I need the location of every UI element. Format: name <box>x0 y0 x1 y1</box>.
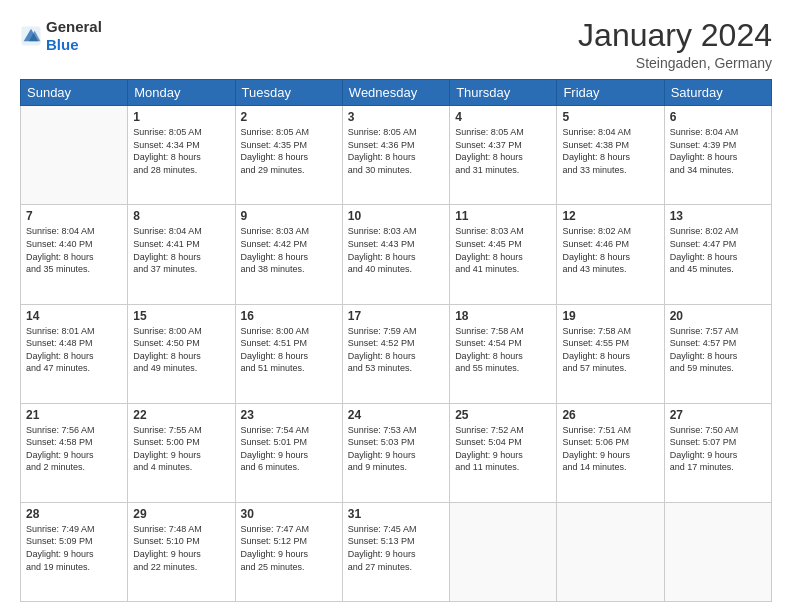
calendar-cell: 5Sunrise: 8:04 AM Sunset: 4:38 PM Daylig… <box>557 106 664 205</box>
day-info: Sunrise: 8:05 AM Sunset: 4:35 PM Dayligh… <box>241 126 337 176</box>
day-info: Sunrise: 8:00 AM Sunset: 4:51 PM Dayligh… <box>241 325 337 375</box>
day-number: 16 <box>241 309 337 323</box>
day-number: 4 <box>455 110 551 124</box>
day-number: 3 <box>348 110 444 124</box>
week-row-3: 14Sunrise: 8:01 AM Sunset: 4:48 PM Dayli… <box>21 304 772 403</box>
day-info: Sunrise: 8:05 AM Sunset: 4:37 PM Dayligh… <box>455 126 551 176</box>
calendar-cell: 31Sunrise: 7:45 AM Sunset: 5:13 PM Dayli… <box>342 502 449 601</box>
calendar-cell: 21Sunrise: 7:56 AM Sunset: 4:58 PM Dayli… <box>21 403 128 502</box>
col-header-friday: Friday <box>557 80 664 106</box>
day-info: Sunrise: 8:03 AM Sunset: 4:43 PM Dayligh… <box>348 225 444 275</box>
week-row-5: 28Sunrise: 7:49 AM Sunset: 5:09 PM Dayli… <box>21 502 772 601</box>
day-number: 14 <box>26 309 122 323</box>
col-header-monday: Monday <box>128 80 235 106</box>
calendar-cell: 14Sunrise: 8:01 AM Sunset: 4:48 PM Dayli… <box>21 304 128 403</box>
col-header-saturday: Saturday <box>664 80 771 106</box>
calendar-cell: 18Sunrise: 7:58 AM Sunset: 4:54 PM Dayli… <box>450 304 557 403</box>
calendar-cell: 8Sunrise: 8:04 AM Sunset: 4:41 PM Daylig… <box>128 205 235 304</box>
calendar-table: SundayMondayTuesdayWednesdayThursdayFrid… <box>20 79 772 602</box>
day-info: Sunrise: 7:57 AM Sunset: 4:57 PM Dayligh… <box>670 325 766 375</box>
page: General Blue January 2024 Steingaden, Ge… <box>0 0 792 612</box>
day-info: Sunrise: 7:58 AM Sunset: 4:55 PM Dayligh… <box>562 325 658 375</box>
day-info: Sunrise: 7:51 AM Sunset: 5:06 PM Dayligh… <box>562 424 658 474</box>
day-number: 25 <box>455 408 551 422</box>
day-info: Sunrise: 8:04 AM Sunset: 4:39 PM Dayligh… <box>670 126 766 176</box>
day-info: Sunrise: 8:02 AM Sunset: 4:46 PM Dayligh… <box>562 225 658 275</box>
calendar-cell: 30Sunrise: 7:47 AM Sunset: 5:12 PM Dayli… <box>235 502 342 601</box>
week-row-1: 1Sunrise: 8:05 AM Sunset: 4:34 PM Daylig… <box>21 106 772 205</box>
calendar-cell: 10Sunrise: 8:03 AM Sunset: 4:43 PM Dayli… <box>342 205 449 304</box>
calendar-cell: 7Sunrise: 8:04 AM Sunset: 4:40 PM Daylig… <box>21 205 128 304</box>
calendar-cell: 17Sunrise: 7:59 AM Sunset: 4:52 PM Dayli… <box>342 304 449 403</box>
day-number: 29 <box>133 507 229 521</box>
calendar-cell: 11Sunrise: 8:03 AM Sunset: 4:45 PM Dayli… <box>450 205 557 304</box>
day-info: Sunrise: 7:53 AM Sunset: 5:03 PM Dayligh… <box>348 424 444 474</box>
day-info: Sunrise: 7:52 AM Sunset: 5:04 PM Dayligh… <box>455 424 551 474</box>
calendar-header-row: SundayMondayTuesdayWednesdayThursdayFrid… <box>21 80 772 106</box>
day-info: Sunrise: 7:49 AM Sunset: 5:09 PM Dayligh… <box>26 523 122 573</box>
calendar-cell: 22Sunrise: 7:55 AM Sunset: 5:00 PM Dayli… <box>128 403 235 502</box>
calendar-cell: 24Sunrise: 7:53 AM Sunset: 5:03 PM Dayli… <box>342 403 449 502</box>
day-number: 10 <box>348 209 444 223</box>
day-number: 28 <box>26 507 122 521</box>
day-number: 26 <box>562 408 658 422</box>
day-info: Sunrise: 8:00 AM Sunset: 4:50 PM Dayligh… <box>133 325 229 375</box>
day-info: Sunrise: 7:56 AM Sunset: 4:58 PM Dayligh… <box>26 424 122 474</box>
day-number: 12 <box>562 209 658 223</box>
calendar-cell: 2Sunrise: 8:05 AM Sunset: 4:35 PM Daylig… <box>235 106 342 205</box>
calendar-cell: 6Sunrise: 8:04 AM Sunset: 4:39 PM Daylig… <box>664 106 771 205</box>
day-number: 11 <box>455 209 551 223</box>
day-number: 17 <box>348 309 444 323</box>
day-info: Sunrise: 8:02 AM Sunset: 4:47 PM Dayligh… <box>670 225 766 275</box>
day-info: Sunrise: 7:54 AM Sunset: 5:01 PM Dayligh… <box>241 424 337 474</box>
calendar-cell <box>664 502 771 601</box>
logo-general: General <box>46 18 102 35</box>
day-number: 27 <box>670 408 766 422</box>
day-number: 18 <box>455 309 551 323</box>
day-info: Sunrise: 7:48 AM Sunset: 5:10 PM Dayligh… <box>133 523 229 573</box>
day-number: 7 <box>26 209 122 223</box>
calendar-cell: 25Sunrise: 7:52 AM Sunset: 5:04 PM Dayli… <box>450 403 557 502</box>
day-info: Sunrise: 8:04 AM Sunset: 4:40 PM Dayligh… <box>26 225 122 275</box>
day-info: Sunrise: 8:03 AM Sunset: 4:42 PM Dayligh… <box>241 225 337 275</box>
day-number: 23 <box>241 408 337 422</box>
day-number: 5 <box>562 110 658 124</box>
calendar-cell: 27Sunrise: 7:50 AM Sunset: 5:07 PM Dayli… <box>664 403 771 502</box>
calendar-cell: 20Sunrise: 7:57 AM Sunset: 4:57 PM Dayli… <box>664 304 771 403</box>
calendar-cell: 28Sunrise: 7:49 AM Sunset: 5:09 PM Dayli… <box>21 502 128 601</box>
calendar-cell: 23Sunrise: 7:54 AM Sunset: 5:01 PM Dayli… <box>235 403 342 502</box>
week-row-4: 21Sunrise: 7:56 AM Sunset: 4:58 PM Dayli… <box>21 403 772 502</box>
day-number: 2 <box>241 110 337 124</box>
day-number: 8 <box>133 209 229 223</box>
day-number: 13 <box>670 209 766 223</box>
day-number: 31 <box>348 507 444 521</box>
calendar-cell: 13Sunrise: 8:02 AM Sunset: 4:47 PM Dayli… <box>664 205 771 304</box>
location: Steingaden, Germany <box>578 55 772 71</box>
day-number: 15 <box>133 309 229 323</box>
day-info: Sunrise: 7:58 AM Sunset: 4:54 PM Dayligh… <box>455 325 551 375</box>
day-info: Sunrise: 7:47 AM Sunset: 5:12 PM Dayligh… <box>241 523 337 573</box>
day-number: 21 <box>26 408 122 422</box>
calendar-cell: 3Sunrise: 8:05 AM Sunset: 4:36 PM Daylig… <box>342 106 449 205</box>
logo: General Blue <box>20 18 102 54</box>
day-number: 19 <box>562 309 658 323</box>
calendar-cell: 4Sunrise: 8:05 AM Sunset: 4:37 PM Daylig… <box>450 106 557 205</box>
title-area: January 2024 Steingaden, Germany <box>578 18 772 71</box>
calendar-cell: 1Sunrise: 8:05 AM Sunset: 4:34 PM Daylig… <box>128 106 235 205</box>
calendar-cell <box>557 502 664 601</box>
day-number: 6 <box>670 110 766 124</box>
calendar-cell: 16Sunrise: 8:00 AM Sunset: 4:51 PM Dayli… <box>235 304 342 403</box>
day-info: Sunrise: 8:04 AM Sunset: 4:38 PM Dayligh… <box>562 126 658 176</box>
col-header-sunday: Sunday <box>21 80 128 106</box>
day-info: Sunrise: 7:50 AM Sunset: 5:07 PM Dayligh… <box>670 424 766 474</box>
calendar-cell: 26Sunrise: 7:51 AM Sunset: 5:06 PM Dayli… <box>557 403 664 502</box>
calendar-cell: 15Sunrise: 8:00 AM Sunset: 4:50 PM Dayli… <box>128 304 235 403</box>
day-info: Sunrise: 8:03 AM Sunset: 4:45 PM Dayligh… <box>455 225 551 275</box>
day-number: 24 <box>348 408 444 422</box>
day-number: 1 <box>133 110 229 124</box>
header: General Blue January 2024 Steingaden, Ge… <box>20 18 772 71</box>
calendar-cell: 29Sunrise: 7:48 AM Sunset: 5:10 PM Dayli… <box>128 502 235 601</box>
day-info: Sunrise: 8:01 AM Sunset: 4:48 PM Dayligh… <box>26 325 122 375</box>
logo-blue: Blue <box>46 36 79 53</box>
col-header-wednesday: Wednesday <box>342 80 449 106</box>
